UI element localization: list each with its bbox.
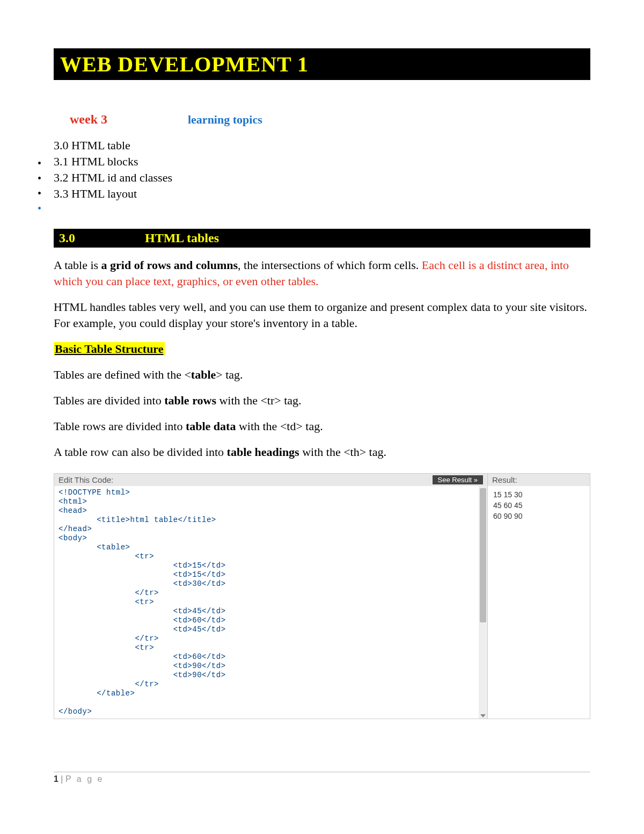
- topic-item: 3.3 HTML layout: [54, 186, 590, 202]
- result-output: 15 15 30 45 60 45 60 90 90: [488, 486, 590, 525]
- result-pane: Result: 15 15 30 45 60 45 60 90 90: [488, 474, 590, 719]
- term: table data: [186, 419, 236, 433]
- topic-item: 3.2 HTML id and classes: [54, 170, 590, 186]
- bullet-icon: •: [38, 171, 41, 186]
- term: table headings: [227, 445, 299, 459]
- topic-item: 3.0 HTML table: [54, 137, 590, 154]
- week-label: week 3: [70, 112, 107, 127]
- see-result-button[interactable]: See Result »: [433, 475, 483, 484]
- text: , the intersections of which form cells.: [238, 258, 422, 272]
- scrollbar[interactable]: [479, 486, 487, 719]
- term: table rows: [164, 394, 216, 407]
- edit-code-label: Edit This Code:: [58, 475, 113, 484]
- page-number: 1: [54, 774, 58, 784]
- text: Tables are divided into: [54, 394, 164, 407]
- bullet-icon: •: [38, 186, 41, 201]
- footer-separator: |: [58, 774, 65, 784]
- paragraph: A table row can also be divided into tab…: [54, 444, 590, 460]
- code-editor-pane: Edit This Code: See Result » <!DOCTYPE h…: [54, 474, 488, 719]
- text: A table row can also be divided into: [54, 445, 227, 459]
- highlighted-heading: Basic Table Structure: [54, 342, 165, 356]
- section-title: HTML tables: [145, 231, 219, 245]
- page-word: P a g e: [65, 774, 104, 784]
- tag-name: table: [191, 368, 216, 381]
- text: > tag.: [216, 368, 243, 381]
- text: A table is: [54, 258, 101, 272]
- section-number: 3.0: [59, 231, 75, 245]
- paragraph: Tables are divided into table rows with …: [54, 393, 590, 409]
- paragraph: A table is a grid of rows and columns, t…: [54, 257, 590, 289]
- bullet-column: • • • •: [38, 156, 41, 216]
- text: Table rows are divided into: [54, 419, 186, 433]
- bullet-icon: •: [38, 201, 41, 216]
- chevron-down-icon[interactable]: [480, 714, 486, 717]
- text-bold: a grid of rows and columns: [101, 258, 238, 272]
- section-banner: 3.0 HTML tables: [54, 229, 590, 248]
- topics-list: • • • • 3.0 HTML table 3.1 HTML blocks 3…: [54, 137, 590, 202]
- result-label: Result:: [488, 474, 590, 486]
- topic-item: 3.1 HTML blocks: [54, 154, 590, 170]
- text: with the <td> tag.: [236, 419, 323, 433]
- code-editor-header: Edit This Code: See Result »: [54, 474, 487, 486]
- paragraph: HTML handles tables very well, and you c…: [54, 299, 590, 331]
- subsection-heading: Basic Table Structure: [54, 341, 590, 357]
- bullet-icon: •: [38, 156, 41, 171]
- result-line: 15 15 30: [493, 489, 584, 500]
- text: with the <th> tag.: [299, 445, 386, 459]
- page: WEB DEVELOPMENT 1 week 3 learning topics…: [0, 0, 644, 806]
- paragraph: Tables are defined with the <table> tag.: [54, 367, 590, 383]
- result-line: 60 90 90: [493, 511, 584, 521]
- text: with the <tr> tag.: [216, 394, 302, 407]
- page-footer: 1 | P a g e: [54, 772, 590, 784]
- code-textarea[interactable]: <!DOCTYPE html> <html> <head> <title>htm…: [54, 486, 479, 719]
- paragraph: Table rows are divided into table data w…: [54, 418, 590, 434]
- course-title-banner: WEB DEVELOPMENT 1: [54, 48, 590, 80]
- learning-topics-label: learning topics: [188, 113, 262, 127]
- code-example-panel: Edit This Code: See Result » <!DOCTYPE h…: [54, 473, 590, 719]
- scrollbar-thumb[interactable]: [480, 488, 486, 622]
- text: Tables are defined with the <: [54, 368, 191, 381]
- result-line: 45 60 45: [493, 500, 584, 511]
- subheading-row: week 3 learning topics: [70, 112, 590, 127]
